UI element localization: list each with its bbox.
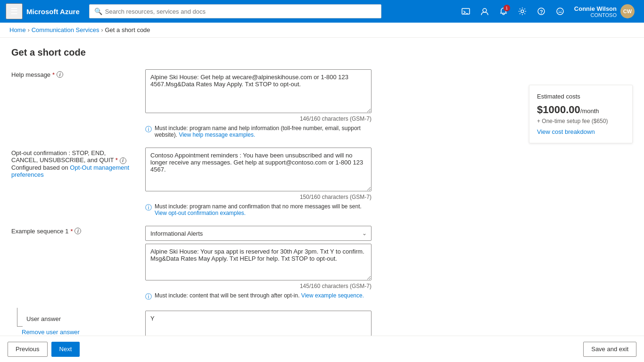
app-logo: Microsoft Azure: [26, 8, 80, 16]
remove-user-answer-link[interactable]: Remove user answer: [22, 329, 134, 336]
notifications-button[interactable]: 1: [495, 3, 512, 20]
help-message-info-icon: ⓘ: [145, 125, 152, 134]
footer: Previous Next Save and exit: [0, 336, 644, 362]
main-content: Get a short code Help message * i Alpine…: [0, 38, 644, 362]
opt-out-info: ⓘ Must include: program name and confirm…: [145, 203, 372, 216]
save-exit-button[interactable]: Save and exit: [583, 342, 636, 357]
cost-panel: Estimated costs $1000.00/month + One-tim…: [529, 85, 633, 143]
svg-point-8: [561, 10, 562, 11]
user-answer-label: User answer: [26, 313, 61, 322]
page-title: Get a short code: [11, 47, 633, 58]
svg-point-2: [483, 8, 487, 12]
topnav: ☰ Microsoft Azure 🔍 1 ? Connie Wilson CO…: [0, 0, 644, 23]
example-sequence-label-col: Example sequence 1 * i: [11, 226, 134, 301]
svg-point-3: [521, 10, 524, 13]
example-sequence-content: Informational Alerts Promotional Polling…: [145, 226, 372, 301]
cost-setup-fee: + One-time setup fee ($650): [537, 118, 625, 124]
help-message-content: Alpine Ski House: Get help at wecare@alp…: [145, 69, 372, 138]
footer-right: Save and exit: [583, 342, 636, 357]
directory-button[interactable]: [476, 3, 493, 20]
example-sequence-label: Example sequence 1 * i: [11, 228, 134, 235]
feedback-button[interactable]: [552, 3, 569, 20]
search-icon: 🔍: [94, 8, 102, 15]
opt-out-sub-label: Configured based on: [11, 164, 68, 171]
help-message-textarea[interactable]: Alpine Ski House: Get help at wecare@alp…: [145, 69, 372, 113]
avatar: CW: [620, 4, 635, 18]
example-sequence-tooltip-icon[interactable]: i: [74, 228, 81, 234]
user-name: Connie Wilson: [574, 5, 617, 12]
opt-out-content: Contoso Appointment reminders : You have…: [145, 148, 372, 216]
opt-out-section: Opt-out confirmation : STOP, END, CANCEL…: [11, 148, 633, 216]
cost-breakdown-link[interactable]: View cost breakdown: [537, 128, 625, 135]
example-sequence-info-icon: ⓘ: [145, 293, 152, 301]
opt-out-label-col: Opt-out confirmation : STOP, END, CANCEL…: [11, 148, 134, 216]
example-sequence-section: Example sequence 1 * i Informational Ale…: [11, 226, 633, 301]
svg-point-6: [557, 8, 563, 15]
cost-amount: $1000.00: [537, 104, 580, 115]
topnav-icons: 1 ? Connie Wilson CONTOSO CW: [457, 2, 638, 20]
breadcrumb: Home › Communication Services › Get a sh…: [0, 23, 644, 38]
opt-out-required: *: [116, 156, 118, 164]
breadcrumb-current: Get a short code: [105, 26, 150, 33]
help-message-label: Help message * i: [11, 71, 134, 78]
cost-period: /month: [580, 107, 599, 115]
next-button[interactable]: Next: [51, 342, 80, 357]
breadcrumb-sep-2: ›: [101, 27, 103, 33]
help-message-label-col: Help message * i: [11, 69, 134, 138]
example-sequence-dropdown[interactable]: Informational Alerts Promotional Polling…: [145, 226, 372, 241]
opt-out-info-text: Must include: program name and confirmat…: [155, 203, 362, 210]
svg-rect-0: [462, 8, 470, 14]
example-sequence-dropdown-wrapper: Informational Alerts Promotional Polling…: [145, 226, 372, 241]
example-sequence-info-text: Must include: content that will be sent …: [155, 292, 300, 299]
hamburger-button[interactable]: ☰: [6, 3, 23, 19]
help-message-required: *: [52, 71, 55, 78]
breadcrumb-sep-1: ›: [28, 27, 30, 33]
example-sequence-char-count: 145/160 characters (GSM-7): [145, 283, 372, 289]
opt-out-info-icon: ⓘ: [145, 204, 152, 212]
cost-amount-row: $1000.00/month: [537, 104, 625, 116]
opt-out-textarea[interactable]: Contoso Appointment reminders : You have…: [145, 148, 372, 191]
svg-text:?: ?: [540, 9, 543, 15]
notification-badge: 1: [504, 5, 510, 11]
user-org: CONTOSO: [574, 12, 617, 18]
opt-out-info-link[interactable]: View opt-out confirmation examples.: [155, 210, 246, 216]
search-input[interactable]: [105, 8, 376, 15]
user-info: Connie Wilson CONTOSO: [574, 5, 617, 18]
search-bar[interactable]: 🔍: [89, 4, 381, 18]
example-sequence-required: *: [70, 228, 73, 235]
previous-button[interactable]: Previous: [8, 342, 48, 357]
opt-out-tooltip-icon[interactable]: i: [120, 157, 126, 164]
help-message-tooltip-icon[interactable]: i: [57, 71, 63, 78]
user-profile[interactable]: Connie Wilson CONTOSO CW: [570, 2, 638, 20]
breadcrumb-service[interactable]: Communication Services: [32, 26, 99, 33]
opt-out-label: Opt-out confirmation : STOP, END, CANCEL…: [11, 149, 134, 178]
opt-out-char-count: 150/160 characters (GSM-7): [145, 194, 372, 200]
example-sequence-textarea[interactable]: Alpine Ski House: Your spa appt is reser…: [145, 244, 372, 280]
svg-point-7: [559, 10, 560, 11]
help-message-char-count: 146/160 characters (GSM-7): [145, 115, 372, 122]
cost-title: Estimated costs: [537, 93, 625, 100]
example-sequence-info-link[interactable]: View example sequence.: [301, 292, 364, 299]
help-message-info-link[interactable]: View help message examples.: [179, 132, 255, 138]
settings-button[interactable]: [514, 3, 531, 20]
example-sequence-info: ⓘ Must include: content that will be sen…: [145, 292, 372, 301]
help-button[interactable]: ?: [533, 3, 550, 20]
breadcrumb-home[interactable]: Home: [9, 26, 26, 33]
help-message-info: ⓘ Must include: program name and help in…: [145, 125, 372, 138]
cloud-shell-button[interactable]: [457, 3, 474, 20]
